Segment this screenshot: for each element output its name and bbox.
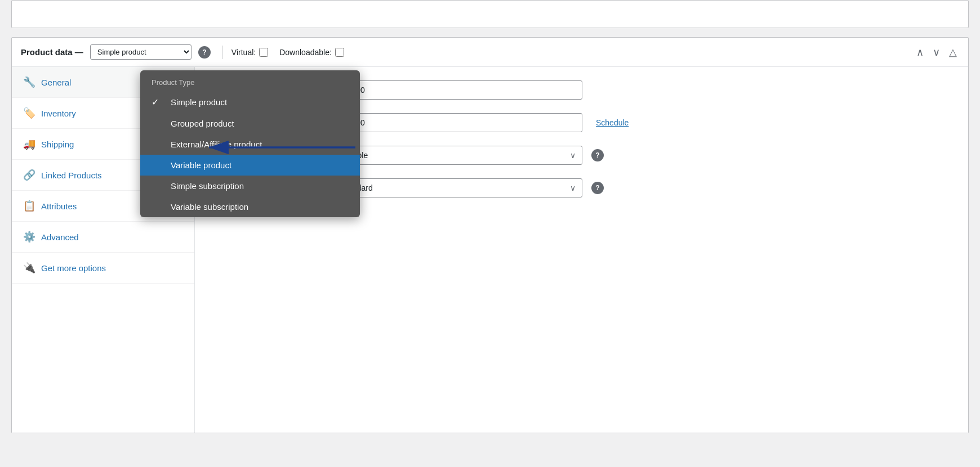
product-data-panel: Product data — Simple product Grouped pr… bbox=[11, 37, 969, 433]
panel-toggle-btn[interactable]: △ bbox=[947, 46, 959, 59]
panel-header: Product data — Simple product Grouped pr… bbox=[12, 38, 968, 67]
virtual-label: Virtual: bbox=[231, 48, 256, 57]
virtual-downloadable: Virtual: Downloadable: bbox=[231, 48, 344, 57]
dropdown-item-simple[interactable]: ✓ Simple product bbox=[140, 91, 360, 113]
top-area bbox=[11, 0, 969, 28]
tax-status-help-icon[interactable]: ? bbox=[591, 149, 604, 161]
tax-class-select-wrapper: Standard Reduced rate Zero rate bbox=[335, 178, 582, 197]
regular-price-input[interactable] bbox=[335, 80, 582, 100]
sidebar-item-advanced[interactable]: ⚙️ Advanced bbox=[12, 222, 194, 253]
dropdown-item-simple-sub[interactable]: Simple subscription bbox=[140, 176, 360, 196]
dropdown-item-grouped[interactable]: Grouped product bbox=[140, 113, 360, 134]
dropdown-label-grouped: Grouped product bbox=[171, 119, 234, 128]
truck-icon: 🚚 bbox=[23, 138, 35, 150]
tax-status-select[interactable]: Taxable Shipping only None bbox=[335, 146, 582, 165]
panel-actions: ∧ ∨ △ bbox=[914, 46, 959, 59]
product-type-select[interactable]: Simple product Grouped product External/… bbox=[90, 44, 191, 60]
tag-icon: 🏷️ bbox=[23, 107, 35, 119]
tax-status-select-wrapper: Taxable Shipping only None bbox=[335, 146, 582, 165]
schedule-link[interactable]: Schedule bbox=[596, 118, 629, 127]
dropdown-label-external: External/Affiliate product bbox=[171, 140, 262, 149]
wrench-icon: 🔧 bbox=[23, 76, 35, 88]
dropdown-label-simple: Simple product bbox=[171, 97, 227, 107]
downloadable-checkbox[interactable] bbox=[335, 48, 344, 57]
tax-class-select[interactable]: Standard Reduced rate Zero rate bbox=[335, 178, 582, 197]
sidebar-label-inventory: Inventory bbox=[41, 109, 76, 118]
tax-class-help-icon[interactable]: ? bbox=[591, 182, 604, 194]
sidebar-item-more-options[interactable]: 🔌 Get more options bbox=[12, 253, 194, 284]
header-controls: Virtual: Downloadable: bbox=[222, 46, 344, 59]
dropdown-title: Product Type bbox=[140, 70, 360, 91]
panel-collapse-down-btn[interactable]: ∨ bbox=[930, 46, 942, 59]
sidebar-label-attributes: Attributes bbox=[41, 201, 77, 211]
list-icon: 📋 bbox=[23, 200, 35, 212]
sidebar-label-linked: Linked Products bbox=[41, 170, 102, 180]
check-mark-simple: ✓ bbox=[152, 97, 163, 107]
gear-icon: ⚙️ bbox=[23, 231, 35, 243]
virtual-checkbox-label[interactable]: Virtual: bbox=[231, 48, 268, 57]
dropdown-label-simple-sub: Simple subscription bbox=[171, 181, 244, 191]
sidebar-label-shipping: Shipping bbox=[41, 140, 74, 149]
sidebar-label-advanced: Advanced bbox=[41, 232, 79, 242]
panel-title: Product data — bbox=[21, 47, 83, 57]
dropdown-item-external[interactable]: External/Affiliate product bbox=[140, 134, 360, 155]
plugin-icon: 🔌 bbox=[23, 262, 35, 274]
dropdown-label-variable-sub: Variable subscription bbox=[171, 202, 248, 212]
link-icon: 🔗 bbox=[23, 169, 35, 181]
virtual-checkbox[interactable] bbox=[259, 48, 268, 57]
page-wrapper: Product data — Simple product Grouped pr… bbox=[0, 0, 980, 467]
sidebar-label-general: General bbox=[41, 78, 71, 87]
sale-price-input[interactable] bbox=[335, 113, 582, 132]
sidebar-label-more: Get more options bbox=[41, 263, 106, 273]
dropdown-label-variable: Variable product bbox=[171, 160, 231, 170]
downloadable-checkbox-label[interactable]: Downloadable: bbox=[279, 48, 344, 57]
dropdown-item-variable-sub[interactable]: Variable subscription bbox=[140, 196, 360, 217]
downloadable-label: Downloadable: bbox=[279, 48, 332, 57]
product-type-help-icon[interactable]: ? bbox=[198, 46, 211, 59]
panel-collapse-up-btn[interactable]: ∧ bbox=[914, 46, 926, 59]
dropdown-item-variable[interactable]: Variable product bbox=[140, 155, 360, 176]
product-type-dropdown: Product Type ✓ Simple product Grouped pr… bbox=[140, 70, 360, 217]
